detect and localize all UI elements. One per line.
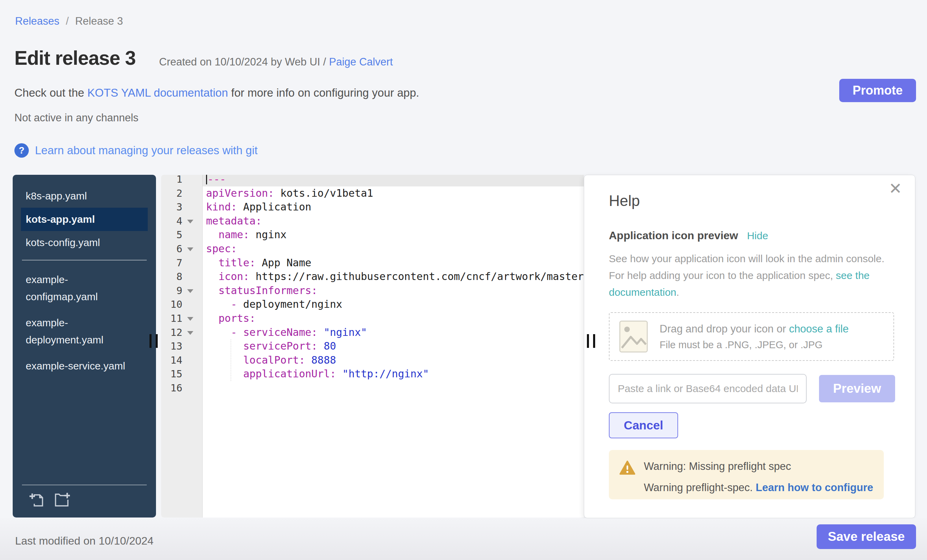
docs-text-before: Check out the bbox=[14, 87, 87, 99]
dropzone-text-before: Drag and drop your icon or bbox=[660, 323, 789, 335]
warning-detail-text: Warning preflight-spec. bbox=[644, 481, 755, 493]
kots-yaml-docs-link[interactable]: KOTS YAML documentation bbox=[87, 87, 228, 99]
line-number: 9 bbox=[161, 284, 182, 298]
warning-title: Warning: Missing preflight spec bbox=[644, 460, 873, 473]
code-text: statusInformers: bbox=[203, 284, 584, 298]
git-help-row: ? Learn about managing your releases wit… bbox=[14, 143, 257, 158]
code-line-9[interactable]: 9 statusInformers: bbox=[161, 284, 584, 298]
footer-bar: Last modified on 10/10/2024 Save release bbox=[0, 518, 927, 560]
fold-arrow-icon[interactable] bbox=[187, 289, 193, 293]
fold-arrow-icon[interactable] bbox=[187, 220, 193, 223]
edit-release-page: Releases / Release 3 Edit release 3 Crea… bbox=[0, 0, 927, 560]
code-text: spec: bbox=[203, 242, 584, 256]
icon-dropzone[interactable]: Drag and drop your icon or choose a file… bbox=[609, 312, 894, 361]
sidebar-item-k8s-app.yaml[interactable]: k8s-app.yaml bbox=[21, 184, 144, 208]
code-line-13[interactable]: 13 servicePort: 80 bbox=[161, 339, 584, 354]
file-sidebar: k8s-app.yamlkots-app.yamlkots-config.yam… bbox=[13, 175, 156, 518]
save-release-button[interactable]: Save release bbox=[817, 524, 916, 549]
code-text: localPort: 8888 bbox=[203, 354, 584, 367]
sidebar-item-example-service.yaml[interactable]: example-service.yaml bbox=[21, 353, 144, 379]
code-text: apiVersion: kots.io/v1beta1 bbox=[203, 187, 584, 200]
code-text: icon: https://raw.githubusercontent.com/… bbox=[203, 270, 584, 284]
sidebar-item-kots-config.yaml[interactable]: kots-config.yaml bbox=[21, 231, 144, 254]
fold-arrow-icon[interactable] bbox=[187, 331, 193, 335]
code-line-14[interactable]: 14 localPort: 8888 bbox=[161, 354, 584, 367]
created-line: Created on 10/10/2024 by Web UI / Paige … bbox=[159, 56, 393, 68]
preflight-warning-box: Warning: Missing preflight spec Warning … bbox=[609, 450, 884, 499]
sidebar-file-list-bottom: example-configmap.yamlexample-deployment… bbox=[13, 267, 156, 379]
preview-button[interactable]: Preview bbox=[819, 375, 895, 402]
indent-guide bbox=[231, 339, 231, 381]
sidebar-item-example-deployment.yaml[interactable]: example-deployment.yaml bbox=[21, 310, 144, 353]
line-number: 5 bbox=[161, 228, 182, 242]
code-text bbox=[203, 381, 584, 395]
line-number: 3 bbox=[161, 200, 182, 214]
new-file-icon[interactable] bbox=[29, 492, 45, 508]
promote-button[interactable]: Promote bbox=[839, 79, 916, 102]
sidebar-footer bbox=[22, 485, 147, 518]
hide-link[interactable]: Hide bbox=[747, 230, 768, 241]
code-text: ports: bbox=[203, 311, 584, 326]
code-line-11[interactable]: 11 ports: bbox=[161, 311, 584, 326]
line-number: 13 bbox=[161, 339, 182, 354]
last-modified-text: Last modified on 10/10/2024 bbox=[15, 535, 153, 547]
cancel-button[interactable]: Cancel bbox=[609, 412, 678, 439]
line-number: 10 bbox=[161, 297, 182, 311]
code-line-10[interactable]: 10 - deployment/nginx bbox=[161, 297, 584, 311]
learn-how-to-configure-link[interactable]: Learn how to configure bbox=[755, 481, 873, 493]
git-help-link[interactable]: Learn about managing your releases with … bbox=[35, 144, 257, 157]
fold-arrow-icon[interactable] bbox=[187, 247, 193, 251]
channel-status: Not active in any channels bbox=[14, 112, 138, 124]
created-text: Created on 10/10/2024 by Web UI / bbox=[159, 56, 329, 68]
code-text: title: App Name bbox=[203, 256, 584, 270]
code-text: name: nginx bbox=[203, 228, 584, 242]
page-title: Edit release 3 bbox=[14, 47, 136, 69]
new-folder-icon[interactable] bbox=[54, 492, 71, 508]
line-number: 11 bbox=[161, 311, 182, 326]
code-line-15[interactable]: 15 applicationUrl: "http://nginx" bbox=[161, 367, 584, 381]
code-text: metadata: bbox=[203, 214, 584, 228]
icon-preview-title: Application icon preview bbox=[609, 229, 738, 242]
code-line-2[interactable]: 2apiVersion: kots.io/v1beta1 bbox=[161, 187, 584, 200]
choose-file-link[interactable]: choose a file bbox=[789, 323, 848, 335]
editor-help-resize-handle[interactable] bbox=[587, 334, 595, 348]
help-title: Help bbox=[609, 192, 895, 209]
warning-detail: Warning preflight-spec. Learn how to con… bbox=[644, 481, 873, 494]
code-line-3[interactable]: 3kind: Application bbox=[161, 200, 584, 214]
help-panel-content: Help Application icon preview Hide See h… bbox=[584, 175, 915, 499]
code-text: servicePort: 80 bbox=[203, 339, 584, 354]
icon-url-input[interactable] bbox=[609, 374, 807, 404]
code-line-7[interactable]: 7 title: App Name bbox=[161, 256, 584, 270]
sidebar-item-kots-app.yaml[interactable]: kots-app.yaml bbox=[21, 208, 148, 231]
code-line-1[interactable]: 1--- bbox=[161, 175, 584, 187]
help-panel: ✕ Help Application icon preview Hide See… bbox=[584, 175, 915, 518]
code-text: applicationUrl: "http://nginx" bbox=[203, 367, 584, 381]
dropzone-line1: Drag and drop your icon or choose a file bbox=[660, 323, 848, 335]
breadcrumb-releases-link[interactable]: Releases bbox=[15, 15, 59, 27]
code-line-4[interactable]: 4metadata: bbox=[161, 214, 584, 228]
docs-line: Check out the KOTS YAML documentation fo… bbox=[14, 87, 419, 99]
code-line-16[interactable]: 16 bbox=[161, 381, 584, 395]
code-line-6[interactable]: 6spec: bbox=[161, 242, 584, 256]
code-line-12[interactable]: 12 - serviceName: "nginx" bbox=[161, 326, 584, 340]
warning-texts: Warning: Missing preflight spec Warning … bbox=[644, 460, 873, 494]
code-lines: 1---2apiVersion: kots.io/v1beta13kind: A… bbox=[161, 175, 584, 395]
icon-preview-section-header: Application icon preview Hide bbox=[609, 229, 895, 242]
sidebar-file-list-top: k8s-app.yamlkots-app.yamlkots-config.yam… bbox=[13, 175, 156, 254]
question-mark-icon: ? bbox=[14, 143, 29, 158]
close-icon[interactable]: ✕ bbox=[889, 181, 902, 196]
line-number: 6 bbox=[161, 242, 182, 256]
line-number: 2 bbox=[161, 187, 182, 200]
sidebar-item-example-configmap.yaml[interactable]: example-configmap.yaml bbox=[21, 267, 144, 310]
warning-row: Warning: Missing preflight spec Warning … bbox=[619, 460, 884, 494]
code-line-8[interactable]: 8 icon: https://raw.githubusercontent.co… bbox=[161, 270, 584, 284]
code-text: --- bbox=[203, 175, 584, 187]
sidebar-editor-resize-handle[interactable] bbox=[149, 334, 158, 348]
line-number: 7 bbox=[161, 256, 182, 270]
icon-url-row: Preview bbox=[609, 374, 895, 404]
created-by-link[interactable]: Paige Calvert bbox=[329, 56, 393, 68]
code-line-5[interactable]: 5 name: nginx bbox=[161, 228, 584, 242]
yaml-editor[interactable]: 1---2apiVersion: kots.io/v1beta13kind: A… bbox=[161, 175, 584, 518]
code-text: kind: Application bbox=[203, 200, 584, 214]
fold-arrow-icon[interactable] bbox=[187, 317, 193, 321]
